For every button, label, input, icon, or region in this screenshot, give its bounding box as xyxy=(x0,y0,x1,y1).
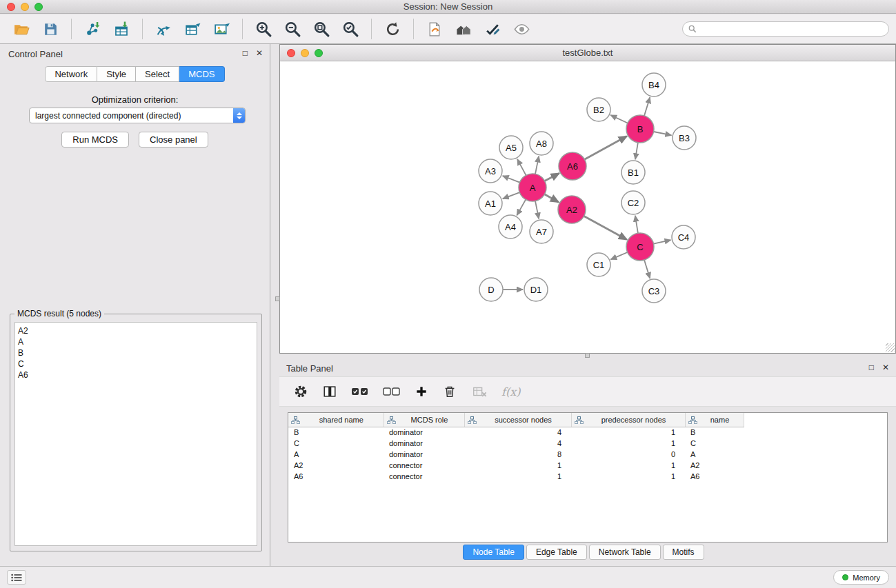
network-node-C2[interactable]: C2 xyxy=(621,191,645,214)
mcds-result-list[interactable]: A2ABCA6 xyxy=(14,322,257,546)
tab-motifs[interactable]: Motifs xyxy=(663,545,704,560)
zoom-window-button[interactable] xyxy=(34,3,43,11)
table-row[interactable]: Bdominator41B xyxy=(288,427,744,438)
network-edge-A-A6[interactable] xyxy=(545,173,559,181)
new-network-button[interactable] xyxy=(150,17,177,41)
network-node-A2[interactable]: A2 xyxy=(558,196,586,223)
minimize-window-button[interactable] xyxy=(21,3,29,11)
close-panel-button[interactable]: Close panel xyxy=(139,132,208,148)
float-panel-icon[interactable]: □ xyxy=(243,49,248,57)
function-builder-button[interactable]: f(x) xyxy=(501,385,520,398)
close-network-window-button[interactable] xyxy=(287,49,295,57)
network-node-C4[interactable]: C4 xyxy=(672,225,695,249)
network-edge-A-A4[interactable] xyxy=(517,199,526,215)
table-row[interactable]: Adominator80A xyxy=(288,449,744,460)
close-window-button[interactable] xyxy=(7,3,15,11)
network-edge-A6-B[interactable] xyxy=(585,136,627,160)
zoom-in-button[interactable] xyxy=(250,17,277,41)
zoom-network-window-button[interactable] xyxy=(315,49,323,57)
table-row[interactable]: A6connector11A6 xyxy=(288,471,744,482)
run-mcds-button[interactable]: Run MCDS xyxy=(61,132,129,148)
network-edge-B-B1[interactable] xyxy=(635,143,638,159)
splitter-handle[interactable] xyxy=(585,353,590,358)
network-node-B[interactable]: B xyxy=(626,115,654,143)
export-image-button[interactable] xyxy=(208,17,235,41)
network-edge-B-B4[interactable] xyxy=(644,97,650,116)
tab-network-table[interactable]: Network Table xyxy=(589,545,661,560)
network-edge-A2-C[interactable] xyxy=(584,216,627,240)
network-node-C1[interactable]: C1 xyxy=(587,253,610,276)
table-settings-button[interactable] xyxy=(293,384,308,399)
float-table-panel-icon[interactable]: □ xyxy=(869,363,874,372)
delete-table-button[interactable] xyxy=(471,384,488,399)
network-node-A6[interactable]: A6 xyxy=(559,152,586,180)
network-edge-A-A7[interactable] xyxy=(535,201,539,219)
network-edge-B-B3[interactable] xyxy=(654,132,672,135)
save-session-button[interactable] xyxy=(37,17,63,41)
network-node-A[interactable]: A xyxy=(519,174,546,201)
add-row-button[interactable] xyxy=(415,385,428,398)
result-item[interactable]: B xyxy=(18,347,257,358)
network-node-B4[interactable]: B4 xyxy=(642,73,666,97)
network-canvas[interactable]: B4B2BB3A5A8A6B1A3AC2A1A2A4A7C4CC1C3DD1 xyxy=(280,62,895,353)
import-table-from-file-button[interactable] xyxy=(108,17,135,41)
memory-button[interactable]: Memory xyxy=(833,570,889,585)
tab-select[interactable]: Select xyxy=(136,66,179,82)
network-edge-A-A1[interactable] xyxy=(503,192,520,199)
network-node-A5[interactable]: A5 xyxy=(499,136,523,159)
import-network-from-file-button[interactable] xyxy=(79,17,106,41)
column-header-MCDS-role[interactable]: MCDS role xyxy=(384,413,464,427)
network-window-titlebar[interactable]: testGlobe.txt xyxy=(280,45,895,61)
apply-layout-button[interactable] xyxy=(379,17,406,41)
zoom-out-button[interactable] xyxy=(279,17,306,41)
task-history-button[interactable] xyxy=(7,570,26,585)
deselect-all-rows-button[interactable] xyxy=(383,386,401,397)
network-node-B3[interactable]: B3 xyxy=(673,126,696,150)
open-session-button[interactable] xyxy=(8,17,34,41)
network-node-A8[interactable]: A8 xyxy=(530,132,553,155)
column-header-shared-name[interactable]: shared name xyxy=(288,413,384,427)
column-header-name[interactable]: name xyxy=(685,413,744,427)
style-check-button[interactable] xyxy=(479,17,506,41)
close-panel-icon[interactable]: ✕ xyxy=(256,49,263,57)
network-node-B1[interactable]: B1 xyxy=(621,161,645,184)
network-edge-C-C1[interactable] xyxy=(610,252,627,259)
network-node-A1[interactable]: A1 xyxy=(479,192,502,215)
network-edge-C-C2[interactable] xyxy=(635,216,638,233)
select-all-rows-button[interactable] xyxy=(351,386,369,397)
network-edge-B-B2[interactable] xyxy=(610,115,628,123)
tab-node-table[interactable]: Node Table xyxy=(463,545,524,560)
window-resize-grip[interactable] xyxy=(886,343,895,352)
close-table-panel-icon[interactable]: ✕ xyxy=(882,363,889,372)
column-header-successor-nodes[interactable]: successor nodes xyxy=(464,413,571,427)
new-table-button[interactable] xyxy=(179,17,206,41)
network-edge-A-A8[interactable] xyxy=(535,156,539,174)
show-graphics-details-button[interactable] xyxy=(508,17,535,41)
network-node-A7[interactable]: A7 xyxy=(530,220,553,243)
column-header-predecessor-nodes[interactable]: predecessor nodes xyxy=(571,413,685,427)
result-item[interactable]: A2 xyxy=(18,325,257,336)
table-row[interactable]: A2connector11A2 xyxy=(288,460,744,471)
zoom-selected-button[interactable] xyxy=(337,17,364,41)
app-titlebar[interactable]: Session: New Session xyxy=(0,0,896,14)
network-edge-A-A3[interactable] xyxy=(503,176,520,183)
network-edge-A-A5[interactable] xyxy=(517,159,526,176)
tab-mcds[interactable]: MCDS xyxy=(179,66,224,82)
network-document-button[interactable] xyxy=(421,17,448,41)
tab-edge-table[interactable]: Edge Table xyxy=(526,545,587,560)
minimize-network-window-button[interactable] xyxy=(301,49,309,57)
tab-network[interactable]: Network xyxy=(45,66,97,82)
splitter-handle[interactable] xyxy=(275,296,280,301)
network-node-D[interactable]: D xyxy=(479,278,503,301)
network-node-C3[interactable]: C3 xyxy=(642,279,666,303)
network-node-B2[interactable]: B2 xyxy=(587,98,610,121)
network-edge-C-C3[interactable] xyxy=(644,260,650,278)
network-node-A3[interactable]: A3 xyxy=(479,159,502,183)
result-item[interactable]: A xyxy=(18,336,257,347)
network-node-C[interactable]: C xyxy=(626,233,654,261)
result-item[interactable]: A6 xyxy=(18,369,257,381)
create-column-button[interactable] xyxy=(322,384,337,399)
tab-style[interactable]: Style xyxy=(97,66,136,82)
network-edge-A-A2[interactable] xyxy=(544,194,558,202)
network-node-A4[interactable]: A4 xyxy=(499,215,522,239)
